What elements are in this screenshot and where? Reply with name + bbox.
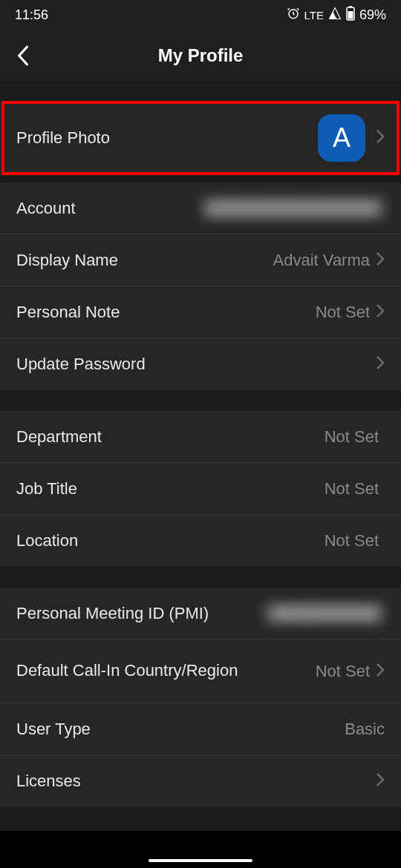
pmi-row[interactable]: Personal Meeting ID (PMI) ██████████: [0, 588, 401, 640]
chevron-right-icon: [376, 251, 385, 269]
meeting-section: Personal Meeting ID (PMI) ██████████ Def…: [0, 588, 401, 807]
home-indicator[interactable]: [149, 859, 252, 862]
chevron-right-icon: [376, 662, 385, 680]
back-button[interactable]: [15, 45, 31, 67]
redacted-value: ██████████: [264, 603, 385, 623]
update-password-row[interactable]: Update Password: [0, 338, 401, 390]
row-label: Display Name: [16, 251, 273, 270]
status-bar: 11:56 LTE 69%: [0, 0, 401, 30]
row-label: Profile Photo: [16, 128, 318, 148]
row-label: Personal Meeting ID (PMI): [16, 604, 264, 623]
row-label: Department: [16, 427, 325, 447]
row-label: Licenses: [16, 772, 376, 791]
row-value: Not Set: [325, 427, 379, 447]
profile-section-1: Profile Photo A: [0, 102, 401, 174]
status-indicators: LTE 69%: [287, 6, 386, 24]
user-type-row: User Type Basic: [0, 703, 401, 755]
chevron-right-icon: [376, 355, 385, 373]
display-name-row[interactable]: Display Name Advait Varma: [0, 234, 401, 286]
alarm-icon: [287, 7, 300, 24]
row-value: Basic: [345, 720, 385, 739]
header: My Profile: [0, 30, 401, 82]
work-section: Department Not Set Job Title Not Set Loc…: [0, 411, 401, 567]
personal-note-row[interactable]: Personal Note Not Set: [0, 286, 401, 338]
profile-photo-row[interactable]: Profile Photo A: [0, 102, 401, 174]
avatar-initial: A: [333, 122, 351, 154]
chevron-right-icon: [376, 303, 385, 321]
licenses-row[interactable]: Licenses: [0, 755, 401, 807]
signal-icon: [328, 7, 342, 24]
row-value: Not Set: [325, 531, 379, 550]
svg-rect-3: [348, 11, 353, 19]
account-row[interactable]: Account ████████████████: [0, 183, 401, 234]
row-value: Advait Varma: [273, 251, 370, 270]
network-label: LTE: [304, 9, 324, 22]
job-title-row[interactable]: Job Title Not Set: [0, 463, 401, 515]
redacted-value: ████████████████: [201, 198, 385, 218]
row-label: Location: [16, 531, 325, 550]
page-title: My Profile: [15, 45, 386, 66]
row-value: Not Set: [325, 479, 379, 499]
row-value: Not Set: [316, 303, 370, 322]
nav-bar-area: [0, 831, 401, 868]
callin-row[interactable]: Default Call-In Country/Region Not Set: [0, 640, 401, 703]
location-row[interactable]: Location Not Set: [0, 515, 401, 567]
battery-icon: [346, 6, 355, 24]
row-label: Account: [16, 199, 201, 218]
row-label: User Type: [16, 720, 345, 739]
avatar: A: [318, 114, 365, 162]
svg-rect-2: [349, 6, 352, 7]
chevron-right-icon: [376, 129, 385, 147]
row-label: Default Call-In Country/Region: [16, 660, 316, 682]
status-time: 11:56: [15, 7, 48, 23]
chevron-right-icon: [376, 772, 385, 790]
battery-percent: 69%: [359, 7, 386, 23]
row-value: Not Set: [316, 662, 370, 681]
profile-section-2: Account ████████████████ Display Name Ad…: [0, 183, 401, 390]
row-label: Personal Note: [16, 303, 316, 322]
row-label: Update Password: [16, 355, 376, 374]
row-label: Job Title: [16, 479, 325, 499]
department-row[interactable]: Department Not Set: [0, 411, 401, 463]
